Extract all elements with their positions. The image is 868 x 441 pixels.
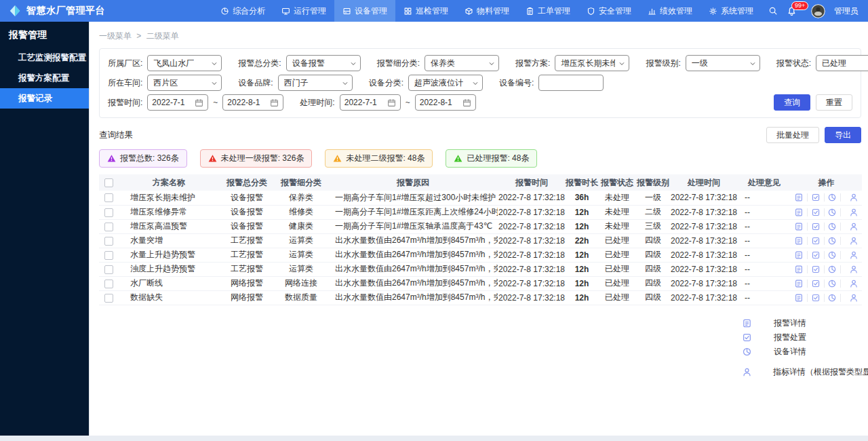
row-checkbox[interactable] — [104, 265, 113, 274]
alarm-detail-button[interactable] — [791, 236, 807, 246]
workshop-select[interactable]: 西片区 — [147, 75, 222, 91]
cell-handle-time: 2022-7-8 17:32:18 — [670, 191, 738, 205]
nav-item-material[interactable]: 物料管理 — [456, 0, 517, 22]
alarm-detail-button[interactable] — [791, 208, 807, 217]
indicator-detail-button[interactable] — [846, 193, 862, 202]
batch-handle-button[interactable]: 批量处理 — [766, 127, 819, 143]
nav-item-operation[interactable]: 运行管理 — [273, 0, 334, 22]
indicator-detail-button[interactable] — [846, 222, 862, 231]
alarm-detail-button[interactable] — [791, 293, 807, 303]
alarm-handle-button[interactable] — [808, 250, 824, 260]
indicator-detail-button[interactable] — [846, 265, 862, 274]
nav-item-device[interactable]: 设备管理 — [334, 0, 395, 22]
device-detail-button[interactable] — [824, 279, 840, 288]
handle-time-to[interactable]: 2022-8-1 — [415, 94, 476, 111]
warning-icon — [454, 154, 462, 163]
alarm-plan-select[interactable]: 增压泵长期未维 — [555, 55, 629, 71]
row-checkbox[interactable] — [104, 251, 113, 260]
cell-level: 四级 — [636, 233, 670, 248]
alarm-plan-value: 增压泵长期未维 — [561, 58, 615, 69]
filter-label: 报警级别: — [646, 58, 680, 69]
handle-time-from-value: 2022-7-1 — [344, 98, 377, 107]
nav-item-system[interactable]: 系统管理 — [701, 0, 762, 22]
cell-actions — [791, 205, 862, 219]
nav-item-inspection[interactable]: 巡检管理 — [395, 0, 456, 22]
legend-label: 报警处置 — [774, 332, 806, 343]
row-checkbox[interactable] — [104, 237, 113, 246]
filter-alarm-status: 报警状态:已处理 — [776, 55, 868, 71]
alarm-handle-button[interactable] — [808, 293, 824, 303]
alarm-detail-button[interactable] — [791, 265, 807, 274]
indicator-detail-button[interactable] — [846, 279, 862, 288]
device-category-select[interactable]: 超声波液位计 — [408, 75, 483, 91]
nav-item-analysis[interactable]: 综合分析 — [212, 0, 273, 22]
legend-label: 设备详情 — [774, 346, 806, 358]
indicator-detail-button[interactable] — [846, 250, 862, 260]
device-detail-button[interactable] — [824, 208, 840, 217]
alarm-handle-button[interactable] — [808, 222, 824, 231]
row-checkbox[interactable] — [104, 208, 113, 217]
nav-item-performance[interactable]: 绩效管理 — [639, 0, 701, 22]
row-checkbox[interactable] — [104, 193, 113, 202]
alarm-sub-category-value: 保养类 — [431, 58, 455, 69]
alarm-level-select[interactable]: 一级 — [686, 55, 760, 71]
alarm-detail-button[interactable] — [791, 222, 807, 231]
cell-subcategory: 维修类 — [274, 205, 328, 219]
alarm-status-select[interactable]: 已处理 — [816, 55, 868, 71]
query-button[interactable]: 查询 — [774, 94, 810, 111]
device-detail-button[interactable] — [824, 236, 840, 246]
nav-item-label: 运行管理 — [294, 5, 326, 17]
sidebar-item-alarm-records[interactable]: 报警记录 — [0, 88, 89, 109]
reset-button[interactable]: 重置 — [816, 94, 852, 111]
user-name[interactable]: 管理员 — [834, 5, 859, 17]
export-button[interactable]: 导出 — [825, 127, 861, 143]
cell-actions — [791, 233, 862, 248]
row-checkbox[interactable] — [104, 280, 113, 288]
device-detail-button[interactable] — [824, 250, 840, 260]
calendar-icon — [195, 98, 203, 107]
plant-area-select[interactable]: 飞凤山水厂 — [147, 55, 222, 71]
filter-alarm-sub-category: 报警细分类:保养类 — [377, 55, 499, 71]
alarm-handle-button[interactable] — [808, 236, 824, 246]
indicator-detail-button[interactable] — [846, 236, 862, 246]
sidebar-item-alarm-plan-config[interactable]: 报警方案配置 — [0, 68, 89, 88]
alarm-detail-icon — [794, 208, 804, 217]
nav-item-safety[interactable]: 安全管理 — [578, 0, 639, 22]
alarm-handle-icon — [742, 332, 752, 343]
handle-time-from[interactable]: 2022-7-1 — [340, 94, 401, 111]
breadcrumb-level1[interactable]: 一级菜单 — [99, 31, 132, 41]
alarm-handle-button[interactable] — [808, 193, 824, 202]
notification-bell[interactable]: 99+ — [787, 6, 797, 16]
search-icon[interactable] — [768, 6, 778, 16]
device-detail-button[interactable] — [824, 293, 840, 303]
cell-level: 四级 — [636, 290, 670, 305]
alarm-time-to[interactable]: 2022-8-1 — [222, 94, 283, 111]
table-row: 浊度上升趋势预警工艺报警运算类出水水量数值由2647m³/h增加到8457m³/… — [99, 262, 862, 276]
alarm-detail-button[interactable] — [791, 279, 807, 288]
alarm-detail-button[interactable] — [791, 250, 807, 260]
alarm-time-from[interactable]: 2022-7-1 — [147, 94, 208, 111]
alarm-detail-icon — [794, 265, 804, 274]
device-brand-select[interactable]: 西门子 — [278, 75, 353, 91]
device-detail-button[interactable] — [824, 222, 840, 231]
alarm-handle-button[interactable] — [808, 265, 824, 274]
alarm-sub-category-select[interactable]: 保养类 — [425, 55, 499, 71]
avatar[interactable] — [811, 4, 825, 18]
alarm-handle-button[interactable] — [808, 208, 824, 217]
row-checkbox[interactable] — [104, 223, 113, 231]
nav-item-workorder[interactable]: 工单管理 — [517, 0, 578, 22]
indicator-detail-button[interactable] — [846, 293, 862, 303]
alarm-detail-icon — [794, 293, 804, 303]
alarm-main-category-select[interactable]: 设备报警 — [286, 55, 361, 71]
select-all-checkbox[interactable] — [104, 178, 113, 187]
alarm-handle-button[interactable] — [808, 279, 824, 288]
alarm-detail-button[interactable] — [791, 193, 807, 202]
cell-actions — [791, 219, 862, 233]
row-checkbox[interactable] — [104, 294, 113, 303]
indicator-detail-button[interactable] — [846, 208, 862, 217]
device-detail-button[interactable] — [824, 265, 840, 274]
device-no-input[interactable] — [538, 75, 604, 91]
column-header: 报警级别 — [636, 174, 670, 191]
device-detail-button[interactable] — [824, 193, 840, 202]
sidebar-item-process-monitor-alarm-config[interactable]: 工艺监测报警配置 — [0, 47, 89, 68]
